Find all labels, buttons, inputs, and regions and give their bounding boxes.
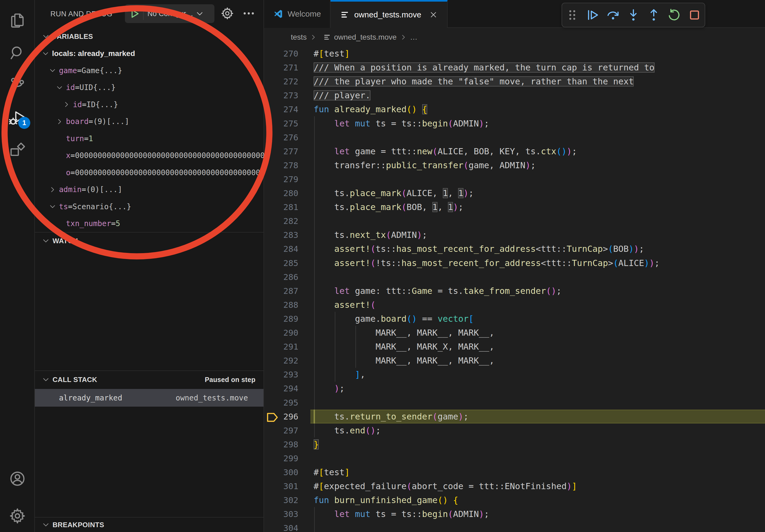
- debug-settings-gear-button[interactable]: [220, 6, 234, 20]
- restart-button[interactable]: [667, 8, 681, 22]
- line-number[interactable]: 293: [277, 370, 298, 379]
- chevron-down-icon: [41, 375, 50, 384]
- account-icon: [9, 484, 26, 488]
- line-number[interactable]: 272: [277, 77, 298, 86]
- variable-row-txn_number[interactable]: txn_number = 5: [35, 215, 284, 232]
- line-number[interactable]: 300: [277, 467, 298, 477]
- variable-value: UID{...}: [80, 83, 116, 92]
- equals-sign: =: [82, 185, 86, 194]
- line-number[interactable]: 297: [277, 426, 298, 435]
- line-number[interactable]: 288: [277, 300, 298, 310]
- line-number[interactable]: 298: [277, 439, 298, 449]
- variable-row-ts[interactable]: ts = Scenario{...}: [35, 198, 277, 215]
- line-number[interactable]: 292: [277, 356, 298, 366]
- line-number[interactable]: 294: [277, 384, 298, 393]
- variable-row-id[interactable]: id = ID{...}: [35, 96, 291, 113]
- call-stack-frame[interactable]: already_markedowned_tests.move: [35, 389, 264, 406]
- activity-item-source-control[interactable]: [9, 76, 26, 94]
- line-number[interactable]: 302: [277, 495, 298, 505]
- code-line-288: 288 assert!(: [264, 298, 765, 312]
- activity-item-explorer[interactable]: [9, 12, 26, 29]
- tab-owned-tests-move[interactable]: owned_tests.move: [331, 0, 447, 28]
- activity-item-settings-gear[interactable]: [9, 507, 26, 525]
- code-line-270: 270#[test]: [264, 47, 765, 61]
- tab-welcome[interactable]: Welcome: [264, 0, 331, 28]
- views-more-actions-button[interactable]: [242, 6, 256, 20]
- variable-row-o[interactable]: o = 000000000000000000000000000000000000…: [35, 164, 284, 181]
- scope-label: locals: already_marked: [52, 49, 135, 58]
- variable-row-admin[interactable]: admin = (0)[...]: [35, 181, 277, 198]
- line-number[interactable]: 301: [277, 481, 298, 491]
- variable-row-game[interactable]: game = Game{...}: [35, 62, 277, 79]
- close-icon[interactable]: [429, 10, 438, 19]
- step-over-button[interactable]: [606, 8, 620, 22]
- grip-icon: [565, 18, 579, 23]
- equals-sign: =: [84, 134, 88, 143]
- debug-config-picker[interactable]: No Configur…: [125, 4, 215, 23]
- line-number[interactable]: 283: [277, 230, 298, 240]
- breakpoints-section-header[interactable]: BREAKPOINTS: [35, 518, 264, 532]
- line-number[interactable]: 280: [277, 188, 298, 198]
- breadcrumb-item-symbol[interactable]: …: [410, 33, 417, 42]
- activity-item-account[interactable]: [9, 470, 26, 487]
- line-number[interactable]: 279: [277, 174, 298, 184]
- line-number[interactable]: 303: [277, 509, 298, 519]
- breadcrumb-item-tests[interactable]: tests: [291, 33, 307, 42]
- chevron-right-icon: [399, 33, 407, 41]
- code-area[interactable]: 270#[test]271/// When a position is alre…: [264, 47, 765, 532]
- stop-button[interactable]: [688, 8, 701, 22]
- line-number[interactable]: 287: [277, 286, 298, 296]
- line-number[interactable]: 286: [277, 272, 298, 282]
- line-number[interactable]: 290: [277, 328, 298, 338]
- line-number[interactable]: 296: [277, 412, 298, 421]
- watch-section-header[interactable]: WATCH: [35, 232, 264, 249]
- line-number[interactable]: 281: [277, 202, 298, 212]
- step-out-button[interactable]: [647, 8, 661, 22]
- variable-row-turn[interactable]: turn = 1: [35, 130, 284, 147]
- line-number[interactable]: 274: [277, 105, 298, 114]
- chevron-down-icon: [41, 32, 50, 41]
- code-line-279: 279: [264, 172, 765, 186]
- variable-name: o: [66, 168, 71, 177]
- line-number[interactable]: 276: [277, 133, 298, 142]
- step-into-button[interactable]: [626, 8, 640, 22]
- line-number[interactable]: 275: [277, 119, 298, 128]
- line-number[interactable]: 277: [277, 146, 298, 156]
- variable-row-x[interactable]: x = 000000000000000000000000000000000000…: [35, 147, 284, 164]
- breadcrumb: tests owned_tests.move …: [264, 28, 765, 47]
- toolbar-drag-handle[interactable]: [565, 8, 579, 22]
- code-text: let game = ttt::new(ALICE, BOB, KEY, ts.…: [314, 146, 577, 156]
- play-icon[interactable]: [129, 8, 141, 20]
- line-number[interactable]: 285: [277, 258, 298, 268]
- code-line-298: 298}: [264, 437, 765, 451]
- code-line-303: 303 let mut ts = ts::begin(ADMIN);: [264, 507, 765, 521]
- activity-item-run-and-debug[interactable]: 1: [9, 109, 26, 127]
- code-line-300: 300#[test]: [264, 465, 765, 479]
- code-text: /// the player who made the "false" move…: [314, 76, 634, 87]
- code-line-290: 290 MARK__, MARK__, MARK__,: [264, 326, 765, 340]
- line-number[interactable]: 299: [277, 453, 298, 463]
- line-number[interactable]: 273: [277, 91, 298, 100]
- variable-row-board[interactable]: board = (9)[...]: [35, 113, 284, 130]
- call-stack-section-header[interactable]: CALL STACK Paused on step: [35, 371, 264, 388]
- activity-item-extensions[interactable]: [9, 141, 26, 158]
- variable-row-scope[interactable]: locals: already_marked: [35, 45, 270, 62]
- line-number[interactable]: 282: [277, 216, 298, 226]
- line-number[interactable]: 295: [277, 398, 298, 407]
- line-number[interactable]: 289: [277, 314, 298, 324]
- line-number[interactable]: 270: [277, 49, 298, 58]
- equals-sign: =: [82, 100, 87, 109]
- line-number[interactable]: 284: [277, 244, 298, 254]
- line-number[interactable]: 304: [277, 523, 298, 532]
- continue-button[interactable]: [586, 8, 600, 22]
- line-number[interactable]: 271: [277, 63, 298, 72]
- line-number[interactable]: 278: [277, 160, 298, 170]
- line-number[interactable]: 291: [277, 342, 298, 352]
- variables-section-header[interactable]: VARIABLES: [35, 28, 264, 45]
- code-line-283: 283 ts.next_tx(ADMIN);: [264, 228, 765, 242]
- activity-item-search[interactable]: [9, 44, 26, 62]
- breadcrumb-item-file[interactable]: owned_tests.move: [334, 33, 396, 42]
- code-text: assert!(!ts::has_most_recent_for_address…: [314, 258, 660, 268]
- code-text: let mut ts = ts::begin(ADMIN);: [314, 509, 489, 519]
- variable-row-id[interactable]: id = UID{...}: [35, 79, 284, 96]
